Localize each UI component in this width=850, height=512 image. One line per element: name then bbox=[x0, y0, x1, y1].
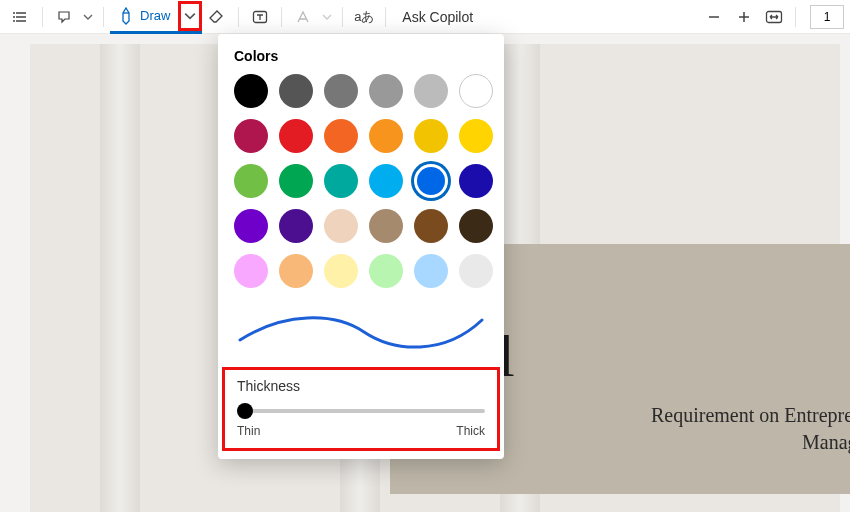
chevron-down-icon bbox=[83, 12, 93, 22]
thickness-section: Thickness Thin Thick bbox=[222, 367, 500, 451]
colors-heading: Colors bbox=[218, 34, 504, 74]
color-swatch[interactable] bbox=[279, 164, 313, 198]
separator bbox=[795, 7, 796, 27]
color-swatch[interactable] bbox=[414, 209, 448, 243]
svg-point-0 bbox=[13, 12, 15, 14]
separator bbox=[103, 7, 104, 27]
separator bbox=[342, 7, 343, 27]
draw-button[interactable]: Draw bbox=[110, 2, 178, 30]
contents-icon bbox=[13, 9, 29, 25]
draw-options-chevron[interactable] bbox=[178, 1, 202, 31]
color-swatch[interactable] bbox=[414, 119, 448, 153]
draw-label: Draw bbox=[140, 8, 170, 23]
thick-label: Thick bbox=[456, 424, 485, 438]
chevron-down-icon bbox=[184, 10, 196, 22]
color-swatch[interactable] bbox=[324, 209, 358, 243]
read-aloud-icon bbox=[56, 9, 72, 25]
stroke-preview bbox=[218, 296, 504, 367]
separator bbox=[385, 7, 386, 27]
color-swatch[interactable] bbox=[234, 254, 268, 288]
draw-tool-group: Draw bbox=[110, 1, 202, 34]
separator bbox=[42, 7, 43, 27]
eraser-button[interactable] bbox=[202, 3, 232, 31]
text-style-chevron[interactable] bbox=[318, 3, 336, 31]
chevron-down-icon bbox=[322, 12, 332, 22]
color-swatch[interactable] bbox=[324, 119, 358, 153]
color-swatch[interactable] bbox=[459, 209, 493, 243]
color-swatch[interactable] bbox=[459, 164, 493, 198]
color-swatch[interactable] bbox=[417, 167, 445, 195]
zoom-in-button[interactable] bbox=[729, 3, 759, 31]
color-swatch[interactable] bbox=[279, 119, 313, 153]
slider-labels: Thin Thick bbox=[237, 424, 485, 438]
textbox-button[interactable] bbox=[245, 3, 275, 31]
zoom-out-button[interactable] bbox=[699, 3, 729, 31]
color-swatch[interactable] bbox=[234, 74, 268, 108]
color-swatch[interactable] bbox=[369, 209, 403, 243]
color-swatch[interactable] bbox=[279, 254, 313, 288]
color-swatch[interactable] bbox=[234, 164, 268, 198]
thickness-heading: Thickness bbox=[237, 378, 485, 394]
fit-width-icon bbox=[765, 10, 783, 24]
color-swatch[interactable] bbox=[369, 74, 403, 108]
color-swatch[interactable] bbox=[369, 164, 403, 198]
color-swatch[interactable] bbox=[279, 74, 313, 108]
read-aloud-chevron[interactable] bbox=[79, 3, 97, 31]
color-swatch[interactable] bbox=[459, 74, 493, 108]
color-swatch[interactable] bbox=[279, 209, 313, 243]
plus-icon bbox=[737, 10, 751, 24]
fit-width-button[interactable] bbox=[759, 3, 789, 31]
color-swatch[interactable] bbox=[459, 254, 493, 288]
color-swatch[interactable] bbox=[414, 74, 448, 108]
color-swatch[interactable] bbox=[324, 74, 358, 108]
ask-copilot-button[interactable]: Ask Copilot bbox=[392, 3, 483, 31]
toolbar: Draw aあ Ask Copilot 1 bbox=[0, 0, 850, 34]
color-swatch[interactable] bbox=[234, 119, 268, 153]
color-swatch[interactable] bbox=[369, 119, 403, 153]
color-swatch[interactable] bbox=[369, 254, 403, 288]
svg-point-1 bbox=[13, 16, 15, 18]
text-style-button[interactable] bbox=[288, 3, 318, 31]
color-swatch[interactable] bbox=[324, 164, 358, 198]
translate-button[interactable]: aあ bbox=[349, 3, 379, 31]
color-swatch[interactable] bbox=[414, 254, 448, 288]
text-style-icon bbox=[295, 9, 311, 25]
color-swatch[interactable] bbox=[234, 209, 268, 243]
thin-label: Thin bbox=[237, 424, 260, 438]
slider-rail bbox=[237, 409, 485, 413]
page-number-input[interactable]: 1 bbox=[810, 5, 844, 29]
contents-button[interactable] bbox=[6, 3, 36, 31]
separator bbox=[281, 7, 282, 27]
color-swatch-grid bbox=[218, 74, 504, 296]
read-aloud-button[interactable] bbox=[49, 3, 79, 31]
minus-icon bbox=[707, 10, 721, 24]
slider-thumb[interactable] bbox=[237, 403, 253, 419]
thickness-slider[interactable] bbox=[237, 402, 485, 420]
eraser-icon bbox=[208, 9, 226, 25]
stroke-preview-curve bbox=[234, 306, 488, 352]
page-number-value: 1 bbox=[824, 10, 831, 24]
translate-icon: aあ bbox=[354, 8, 374, 26]
draw-options-popover: Colors Thickness Thin Thick bbox=[218, 34, 504, 459]
decorative-column bbox=[100, 44, 140, 512]
separator bbox=[238, 7, 239, 27]
pen-icon bbox=[118, 7, 134, 25]
color-swatch[interactable] bbox=[459, 119, 493, 153]
textbox-icon bbox=[252, 9, 268, 25]
ask-copilot-label: Ask Copilot bbox=[402, 9, 473, 25]
color-swatch[interactable] bbox=[324, 254, 358, 288]
svg-point-2 bbox=[13, 20, 15, 22]
